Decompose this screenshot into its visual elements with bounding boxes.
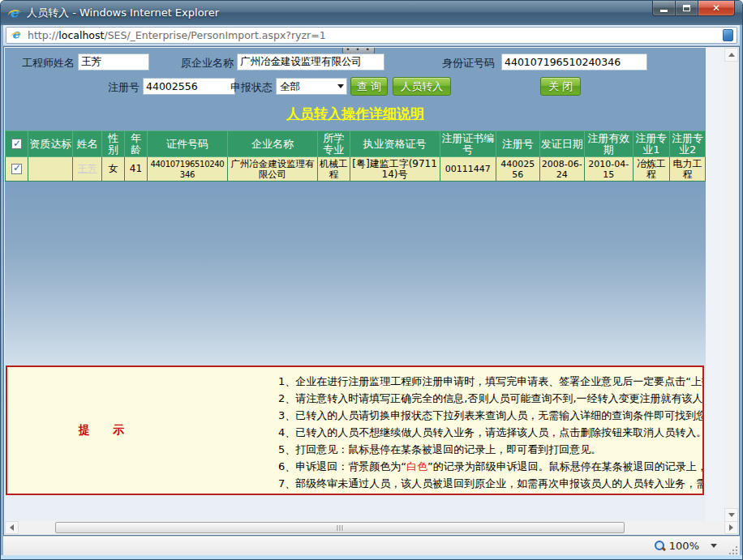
import-help-link[interactable]: 人员转入操作详细说明 xyxy=(286,105,424,122)
col-header-2: 性别 xyxy=(102,131,125,157)
close-icon: ✕ xyxy=(712,2,720,14)
arrow-right-icon xyxy=(729,524,733,531)
chevron-down-icon xyxy=(337,84,344,88)
tip-line-3: 3、已转入的人员请切换申报状态下拉列表来查询人员，无需输入详细的查询条件即可找到… xyxy=(278,407,704,424)
horizontal-scroll-thumb[interactable] xyxy=(55,522,625,533)
tips-label: 提 示 xyxy=(79,423,124,438)
row-cell-2: 女 xyxy=(102,157,125,182)
scroll-up-button[interactable] xyxy=(724,48,738,62)
person-table: 资质达标姓名性别年龄证件号码企业名称所学专业执业资格证号注册证书编号注册号发证日… xyxy=(5,130,706,182)
zoom-dropdown-icon xyxy=(711,544,717,548)
engineer-name-input[interactable] xyxy=(78,53,149,71)
query-button[interactable]: 查 询 xyxy=(350,77,388,96)
declare-status-value: 全部 xyxy=(280,80,300,92)
col-header-8: 注册证书编号 xyxy=(440,131,496,157)
close-page-button[interactable]: 关 闭 xyxy=(540,77,581,96)
maximize-button[interactable] xyxy=(676,1,698,16)
row-cell-13: 电力工程 xyxy=(670,157,706,182)
help-link-row: 人员转入操作详细说明 xyxy=(5,105,706,123)
tip-line-6: 6、申诉退回：背景颜色为“白色”的记录为部级申诉退回。鼠标悬停在某条被退回的记录… xyxy=(278,458,704,475)
browser-window: 人员转入 - Windows Internet Explorer ✕ http:… xyxy=(0,0,743,560)
vertical-scrollbar[interactable] xyxy=(724,48,738,522)
col-header-12: 注册专业1 xyxy=(633,131,670,157)
address-bar: http://localhost/SES/_Enterprise/PersonI… xyxy=(3,25,740,46)
row-cell-9: 44002556 xyxy=(496,157,539,182)
window-bottom-border xyxy=(1,555,742,559)
tip-line-2: 2、请注意转入时请填写正确完全的信息,否则人员可能查询不到,一经转入变更注册就有… xyxy=(278,390,704,407)
page-content: • • • • 工程师姓名 原企业名称 身份证号码 注册号 申报状态 全部 查 … xyxy=(5,48,706,521)
col-header-10: 发证日期 xyxy=(539,131,585,157)
resize-grip[interactable] xyxy=(729,546,737,554)
row-cell-11: 2010-04-15 xyxy=(585,157,633,182)
col-header-1: 姓名 xyxy=(73,131,102,157)
url-input[interactable]: http://localhost/SES/_Enterprise/PersonI… xyxy=(6,27,737,44)
person-import-button[interactable]: 人员转入 xyxy=(393,77,451,96)
col-header-13: 注册专业2 xyxy=(670,131,706,157)
row-cell-0 xyxy=(28,157,73,182)
engineer-name-label: 工程师姓名 xyxy=(11,54,75,72)
tips-box: 提 示 1、企业在进行注册监理工程师注册申请时，填写完申请表、签署企业意见后一定… xyxy=(6,365,704,495)
content-frame: • • • • 工程师姓名 原企业名称 身份证号码 注册号 申报状态 全部 查 … xyxy=(3,46,740,536)
arrow-down-icon xyxy=(728,513,735,517)
table-row: 王芳女41440107196510240346广州冶金建设监理有限公司机械工程[… xyxy=(6,157,706,182)
person-name-link[interactable]: 王芳 xyxy=(78,163,97,174)
original-company-label: 原企业名称 xyxy=(170,54,234,72)
title-bar: 人员转入 - Windows Internet Explorer ✕ xyxy=(1,1,742,25)
row-cell-1: 王芳 xyxy=(73,157,102,182)
col-header-3: 年龄 xyxy=(125,131,148,157)
id-number-label: 身份证号码 xyxy=(433,54,495,72)
original-company-input[interactable] xyxy=(237,53,384,71)
scroll-down-button[interactable] xyxy=(724,508,738,522)
scroll-thumb-grip-icon xyxy=(337,525,343,531)
tip-line-5: 5、打回意见：鼠标悬停在某条被退回的记录上，即可看到打回意见。 xyxy=(278,441,704,458)
scroll-left-button[interactable] xyxy=(5,521,19,534)
col-header-11: 注册有效期 xyxy=(585,131,633,157)
zoom-control[interactable]: 100% xyxy=(654,540,717,552)
select-all-checkbox[interactable] xyxy=(11,139,22,149)
horizontal-scrollbar[interactable] xyxy=(5,521,738,534)
row-cell-7: [粤]建监工字(971114)号 xyxy=(350,157,440,182)
url-text: http://localhost/SES/_Enterprise/PersonI… xyxy=(28,29,723,41)
row-cell-6: 机械工程 xyxy=(317,157,350,182)
window-controls: ✕ xyxy=(652,1,735,16)
col-header-6: 所学专业 xyxy=(317,131,350,157)
minimize-icon xyxy=(660,10,668,12)
highlight-text: 白色 xyxy=(406,460,427,472)
tip-line-7: 7、部级终审未通过人员，该人员被退回到原企业，如需再次申报该员人的人员转入业务，… xyxy=(278,475,704,492)
col-header-5: 企业名称 xyxy=(227,131,317,157)
row-cell-4: 440107196510240346 xyxy=(147,157,227,182)
close-window-button[interactable]: ✕ xyxy=(698,1,735,16)
scroll-right-button[interactable] xyxy=(724,521,738,534)
col-header-4: 证件号码 xyxy=(147,131,227,157)
maximize-icon xyxy=(683,5,690,11)
minimize-button[interactable] xyxy=(652,1,676,16)
status-bar: 100% xyxy=(3,536,740,557)
id-number-input[interactable] xyxy=(501,53,647,71)
register-no-input[interactable] xyxy=(143,78,235,95)
tips-lines: 1、企业在进行注册监理工程师注册申请时，填写完申请表、签署企业意见后一定要点击“… xyxy=(278,373,704,492)
col-header-7: 执业资格证号 xyxy=(350,131,440,157)
select-all-header-cell xyxy=(6,131,28,157)
col-header-0: 资质达标 xyxy=(28,131,73,157)
row-cell-5: 广州冶金建设监理有限公司 xyxy=(227,157,317,182)
magnifier-icon xyxy=(654,540,666,552)
row-cell-10: 2008-06-24 xyxy=(539,157,585,182)
arrow-left-icon xyxy=(10,524,14,531)
row-cell-8: 00111447 xyxy=(440,157,496,182)
tip-line-1: 1、企业在进行注册监理工程师注册申请时，填写完申请表、签署企业意见后一定要点击“… xyxy=(278,373,704,390)
zoom-level: 100% xyxy=(669,540,699,552)
row-checkbox[interactable] xyxy=(11,164,22,174)
row-cell-3: 41 xyxy=(125,157,148,182)
declare-status-select[interactable]: 全部 xyxy=(276,78,347,95)
ie-logo-icon xyxy=(8,6,22,20)
row-cell-12: 冶炼工程 xyxy=(633,157,670,182)
register-no-label: 注册号 xyxy=(54,79,140,96)
row-select-cell xyxy=(6,157,28,182)
window-title: 人员转入 - Windows Internet Explorer xyxy=(27,6,219,20)
declare-status-label: 申报状态 xyxy=(225,79,273,96)
arrow-up-icon xyxy=(728,53,735,57)
col-header-9: 注册号 xyxy=(496,131,539,157)
ie-favicon xyxy=(11,29,22,41)
tip-line-4: 4、已转入的人员不想继续做人员转入业务，请选择该人员，点击删除按钮来取消人员转入… xyxy=(278,424,704,441)
compatibility-view-icon[interactable] xyxy=(723,29,733,41)
